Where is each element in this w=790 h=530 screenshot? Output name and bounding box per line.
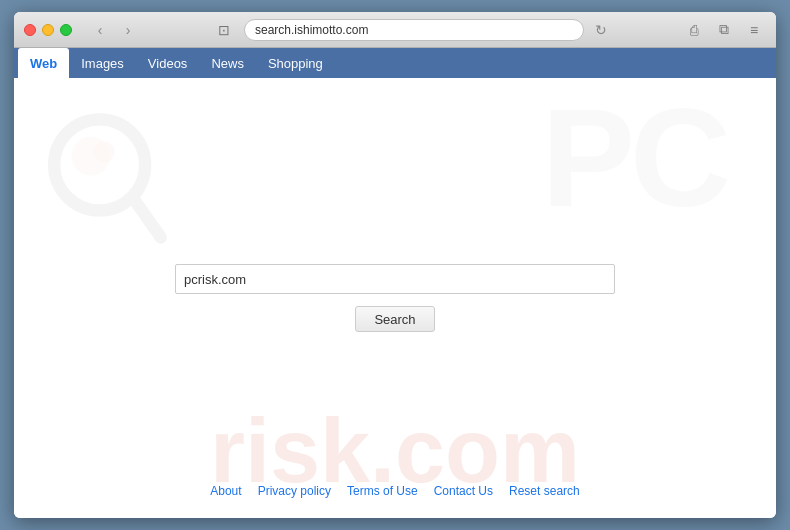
- tab-videos[interactable]: Videos: [136, 48, 200, 78]
- tab-images[interactable]: Images: [69, 48, 136, 78]
- search-container: Search: [175, 264, 615, 332]
- browser-window: ‹ › ⊡ search.ishimotto.com ↻ ⎙ ⧉ ≡ Web I…: [14, 12, 776, 518]
- svg-line-3: [134, 199, 161, 238]
- magnifier-watermark: [34, 108, 174, 248]
- footer-links: About Privacy policy Terms of Use Contac…: [210, 484, 579, 498]
- nav-buttons: ‹ ›: [88, 20, 140, 40]
- toolbar-right: ⎙ ⧉ ≡: [682, 20, 766, 40]
- footer-contact-link[interactable]: Contact Us: [434, 484, 493, 498]
- pc-watermark: PC: [542, 88, 726, 228]
- address-bar-wrap: ⊡ search.ishimotto.com ↻: [148, 19, 674, 41]
- search-input[interactable]: [175, 264, 615, 294]
- maximize-button[interactable]: [60, 24, 72, 36]
- address-bar[interactable]: search.ishimotto.com: [244, 19, 584, 41]
- tab-shopping[interactable]: Shopping: [256, 48, 335, 78]
- footer-privacy-link[interactable]: Privacy policy: [258, 484, 331, 498]
- back-button[interactable]: ‹: [88, 20, 112, 40]
- svg-point-0: [54, 119, 145, 210]
- page-content: PC risk.com Search About Privacy policy …: [14, 78, 776, 518]
- menu-button[interactable]: ≡: [742, 20, 766, 40]
- tab-web[interactable]: Web: [18, 48, 69, 78]
- nav-tabs: Web Images Videos News Shopping: [14, 48, 776, 78]
- traffic-lights: [24, 24, 72, 36]
- tab-news[interactable]: News: [199, 48, 256, 78]
- share-button[interactable]: ⎙: [682, 20, 706, 40]
- reload-button[interactable]: ↻: [592, 21, 610, 39]
- svg-point-2: [94, 141, 115, 162]
- close-button[interactable]: [24, 24, 36, 36]
- svg-point-1: [72, 137, 111, 176]
- search-button[interactable]: Search: [355, 306, 435, 332]
- forward-button[interactable]: ›: [116, 20, 140, 40]
- title-bar: ‹ › ⊡ search.ishimotto.com ↻ ⎙ ⧉ ≡: [14, 12, 776, 48]
- footer-reset-link[interactable]: Reset search: [509, 484, 580, 498]
- footer-terms-link[interactable]: Terms of Use: [347, 484, 418, 498]
- url-text: search.ishimotto.com: [255, 23, 368, 37]
- footer-about-link[interactable]: About: [210, 484, 241, 498]
- minimize-button[interactable]: [42, 24, 54, 36]
- add-tab-button[interactable]: ⧉: [712, 20, 736, 40]
- show-reader-button[interactable]: ⊡: [212, 20, 236, 40]
